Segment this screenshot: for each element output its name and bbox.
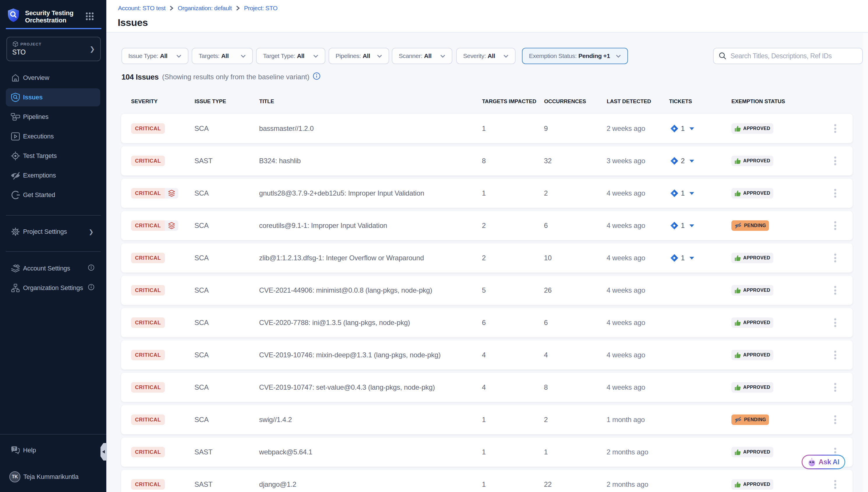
svg-text:?: ? <box>13 446 16 451</box>
